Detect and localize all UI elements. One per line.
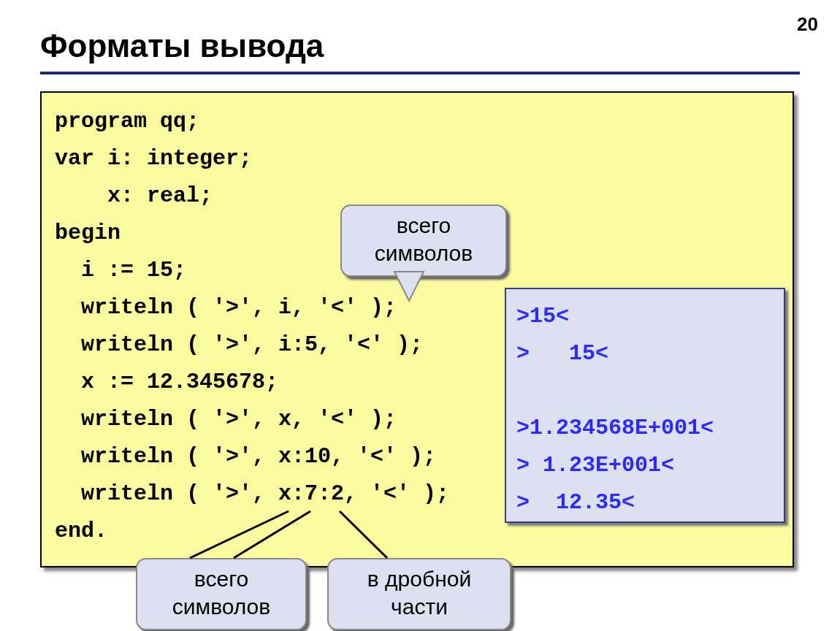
callout-fraction-part: в дробнойчасти <box>327 558 511 630</box>
callout-total-symbols-bottom: всегосимволов <box>136 558 307 630</box>
output-text: >15< > 15< >1.234568E+001< > 1.23E+001< … <box>516 298 774 521</box>
page-number: 20 <box>797 13 818 36</box>
title-underline <box>40 72 800 74</box>
page-title: Форматы вывода <box>40 28 324 64</box>
output-block: >15< > 15< >1.234568E+001< > 1.23E+001< … <box>505 288 785 523</box>
callout-total-symbols-top: всегосимволов <box>340 204 507 277</box>
